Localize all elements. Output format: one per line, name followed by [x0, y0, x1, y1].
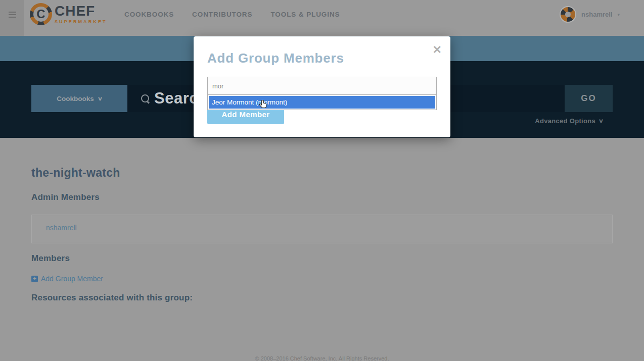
user-menu[interactable]: nshamrell ▾ [560, 0, 620, 29]
close-icon[interactable]: ✕ [433, 43, 442, 57]
page-title: the-night-watch [31, 166, 120, 180]
admin-members-heading: Admin Members [31, 192, 100, 202]
top-navbar: C CHEF SUPERMARKET COOKBOOKS CONTRIBUTOR… [0, 0, 644, 36]
plus-icon: + [31, 276, 38, 282]
member-autocomplete: mor Jeor Mormont (mormont) [207, 77, 437, 110]
admin-members-panel: nshamrell [31, 215, 613, 243]
footer-copyright: © 2008–2016 Chef Software, Inc. All Righ… [0, 355, 644, 361]
search-category-dropdown[interactable]: Cookbooks ∨ [31, 85, 127, 112]
admin-member-link[interactable]: nshamrell [46, 224, 77, 232]
brand-subtitle: SUPERMARKET [55, 19, 107, 24]
search-icon [141, 94, 150, 103]
nav-item-tools-plugins[interactable]: TOOLS & PLUGINS [270, 11, 340, 18]
resources-heading: Resources associated with this group: [31, 293, 193, 303]
suggestion-item[interactable]: Jeor Mormont (mormont) [209, 96, 435, 109]
chef-logo-icon[interactable]: C [30, 3, 52, 25]
add-group-members-modal: Add Group Members ✕ Add Member mor Jeor … [194, 36, 450, 137]
chevron-down-icon: ∨ [599, 118, 604, 124]
advanced-options-toggle[interactable]: Advanced Options ∨ [535, 117, 603, 125]
modal-title: Add Group Members [207, 50, 344, 66]
nav-item-cookbooks[interactable]: COOKBOOKS [124, 11, 174, 18]
brand-name: CHEF [55, 4, 107, 19]
autocomplete-dropdown: Jeor Mormont (mormont) [207, 95, 437, 110]
chevron-down-icon: ∨ [98, 95, 103, 102]
app-window: C CHEF SUPERMARKET COOKBOOKS CONTRIBUTOR… [0, 0, 644, 361]
brand-wordmark[interactable]: CHEF SUPERMARKET [55, 4, 107, 24]
search-placeholder: Searc [154, 89, 198, 108]
user-name: nshamrell [581, 11, 612, 18]
member-search-input[interactable]: mor [207, 77, 437, 95]
typed-query: mor [212, 82, 223, 90]
search-category-label: Cookbooks [57, 95, 94, 102]
caret-down-icon: ▾ [617, 12, 620, 17]
sidebar-toggle[interactable] [0, 0, 24, 36]
search-go-button[interactable]: GO [565, 85, 613, 112]
nav-item-contributors[interactable]: CONTRIBUTORS [192, 11, 252, 18]
members-heading: Members [31, 253, 70, 264]
chef-logo-letter: C [30, 3, 52, 25]
avatar [560, 6, 576, 23]
add-group-member-link[interactable]: + Add Group Member [31, 275, 103, 283]
primary-nav: COOKBOOKS CONTRIBUTORS TOOLS & PLUGINS [124, 0, 340, 29]
hamburger-icon [9, 12, 16, 18]
